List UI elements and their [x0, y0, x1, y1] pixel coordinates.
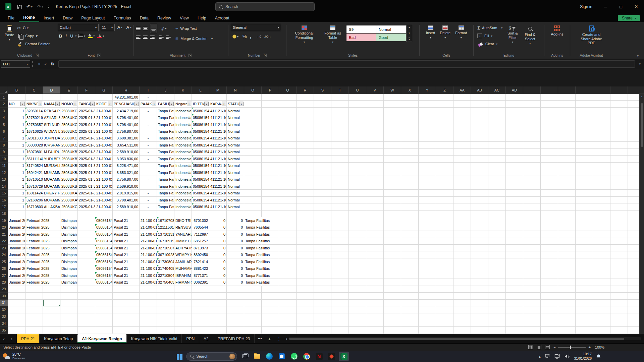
grid-cell[interactable]: 411121-10 — [209, 203, 227, 210]
grid-cell[interactable] — [331, 101, 349, 107]
grid-cell[interactable]: Normal — [227, 183, 244, 190]
grid-cell[interactable] — [60, 94, 78, 101]
row-header-12[interactable]: 12 — [0, 169, 8, 176]
grid-cell[interactable] — [541, 327, 558, 334]
grid-cell[interactable] — [593, 258, 610, 265]
grid-cell[interactable] — [610, 197, 628, 203]
increase-indent-button[interactable] — [166, 36, 171, 39]
grid-cell[interactable] — [453, 183, 471, 190]
grid-cell[interactable] — [419, 156, 436, 162]
grid-cell[interactable] — [279, 210, 297, 217]
grid-cell[interactable] — [279, 163, 297, 169]
grid-cell[interactable] — [262, 108, 279, 114]
scroll-left-button[interactable]: ◂ — [285, 337, 287, 341]
grid-cell[interactable] — [78, 313, 95, 320]
grid-cell[interactable] — [192, 210, 209, 217]
grid-cell[interactable]: Februari 2025 — [25, 251, 43, 258]
grid-cell[interactable] — [453, 224, 471, 231]
grid-cell[interactable] — [331, 251, 349, 258]
grid-cell[interactable] — [331, 128, 349, 135]
grid-cell[interactable] — [541, 320, 558, 327]
grid-cell[interactable]: 320501140 — [25, 108, 43, 114]
grid-cell[interactable] — [506, 176, 523, 183]
grid-cell[interactable] — [209, 293, 227, 299]
grid-cell[interactable] — [576, 156, 593, 162]
grid-cell[interactable] — [209, 286, 227, 293]
file-explorer-button[interactable] — [252, 352, 262, 361]
whatsapp-button[interactable] — [289, 352, 299, 361]
grid-cell[interactable]: Tanpa Fas — [157, 163, 174, 169]
grid-cell[interactable]: 0 — [227, 238, 244, 245]
grid-cell[interactable] — [349, 279, 366, 286]
grid-cell[interactable]: Indonesia — [174, 135, 192, 142]
grid-cell[interactable]: 2508UKBC — [60, 176, 78, 183]
grid-cell[interactable] — [576, 135, 593, 142]
grid-cell[interactable] — [558, 156, 576, 162]
grid-cell[interactable] — [140, 300, 157, 306]
grid-cell[interactable] — [401, 327, 419, 334]
grid-cell[interactable]: Tanpa Fasilitas — [244, 258, 262, 265]
grid-cell[interactable] — [453, 210, 471, 217]
grid-cell[interactable] — [419, 286, 436, 293]
grid-cell[interactable] — [349, 300, 366, 306]
grid-cell[interactable] — [297, 258, 314, 265]
grid-cell[interactable] — [192, 300, 209, 306]
grid-cell[interactable]: Indonesia — [174, 197, 192, 203]
row-header-31[interactable]: 31 — [0, 300, 8, 306]
grid-cell[interactable] — [436, 272, 453, 279]
grid-cell[interactable] — [523, 142, 541, 148]
grid-cell[interactable]: Februari 2025 — [25, 245, 43, 251]
grid-cell[interactable] — [279, 94, 297, 101]
grid-cell[interactable] — [541, 251, 558, 258]
grid-cell[interactable]: 411121-10 — [209, 163, 227, 169]
grid-cell[interactable] — [279, 183, 297, 190]
fill-color-button[interactable]: ▾ — [87, 34, 96, 39]
grid-cell[interactable] — [331, 210, 349, 217]
grid-cell[interactable] — [610, 210, 628, 217]
grid-cell[interactable] — [349, 142, 366, 148]
grid-cell[interactable] — [279, 135, 297, 142]
grid-cell[interactable] — [349, 286, 366, 293]
row-header-21[interactable]: 21 — [0, 231, 8, 238]
grid-cell[interactable]: 0 — [209, 224, 227, 231]
grid-cell[interactable] — [576, 176, 593, 183]
grid-cell[interactable] — [523, 190, 541, 196]
grid-cell[interactable] — [593, 320, 610, 327]
grid-cell[interactable]: 21-100-01 — [140, 231, 157, 238]
grid-cell[interactable]: ADITYA IN — [174, 245, 192, 251]
grid-cell[interactable] — [593, 300, 610, 306]
grid-cell[interactable] — [43, 313, 60, 320]
grid-cell[interactable] — [436, 183, 453, 190]
column-header-h[interactable]: H — [113, 86, 140, 94]
grid-cell[interactable]: 3.798.401,00 — [113, 114, 140, 121]
grid-cell[interactable] — [558, 210, 576, 217]
column-header-z[interactable]: Z — [436, 86, 453, 94]
grid-cell[interactable]: 411121-10 — [209, 156, 227, 162]
grid-cell[interactable] — [366, 190, 384, 196]
grid-cell[interactable]: 0 — [209, 251, 227, 258]
ribbon-tab-home[interactable]: Home — [19, 14, 39, 22]
grid-cell[interactable]: Tanpa Fas — [157, 108, 174, 114]
grid-cell[interactable] — [436, 108, 453, 114]
grid-cell[interactable] — [8, 94, 25, 101]
grid-cell[interactable]: 1 — [8, 142, 25, 148]
grid-cell[interactable] — [262, 142, 279, 148]
row-header-8[interactable]: 8 — [0, 142, 8, 148]
grid-cell[interactable] — [384, 238, 401, 245]
grid-cell[interactable] — [174, 313, 192, 320]
grid-cell[interactable] — [366, 176, 384, 183]
grid-cell[interactable] — [192, 320, 209, 327]
grid-cell[interactable] — [610, 121, 628, 128]
grid-cell[interactable]: 2508UKBT — [60, 156, 78, 162]
grid-cell[interactable]: 0 — [227, 272, 244, 279]
select-all-corner[interactable] — [0, 86, 8, 94]
filter-dropdown-button[interactable]: ▾ — [20, 102, 25, 106]
grid-cell[interactable] — [314, 231, 331, 238]
grid-cell[interactable] — [506, 169, 523, 176]
grid-cell[interactable]: Normal — [227, 203, 244, 210]
grid-cell[interactable] — [279, 149, 297, 156]
grid-cell[interactable] — [157, 94, 174, 101]
grid-cell[interactable] — [209, 313, 227, 320]
grid-cell[interactable]: Normal — [227, 108, 244, 114]
grid-cell[interactable] — [558, 190, 576, 196]
